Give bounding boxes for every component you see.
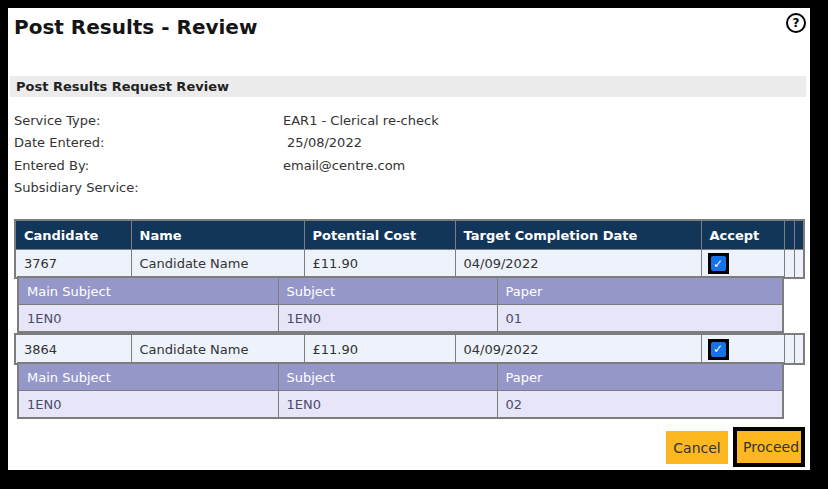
potential-cost: £11.90 bbox=[304, 334, 455, 364]
cancel-button[interactable]: Cancel bbox=[666, 431, 728, 464]
subject-header-row: Main Subject Subject Paper bbox=[18, 277, 783, 305]
col-spacer-1 bbox=[784, 220, 794, 250]
candidate-row: 3767 Candidate Name £11.90 04/09/2022 ✓ bbox=[15, 250, 804, 279]
subject-table: Main Subject Subject Paper 1EN0 1EN0 02 bbox=[17, 362, 784, 419]
col-subject: Subject bbox=[278, 363, 497, 391]
col-main-subject: Main Subject bbox=[18, 363, 278, 391]
target-completion-date: 04/09/2022 bbox=[455, 334, 701, 364]
subject-table: Main Subject Subject Paper 1EN0 1EN0 01 bbox=[17, 276, 784, 333]
date-entered-label: Date Entered: bbox=[14, 135, 283, 150]
main-subject-value: 1EN0 bbox=[18, 305, 278, 333]
col-main-subject: Main Subject bbox=[18, 277, 278, 305]
candidate-row: 3864 Candidate Name £11.90 04/09/2022 ✓ bbox=[15, 334, 804, 364]
requests-table-row2: 3864 Candidate Name £11.90 04/09/2022 ✓ bbox=[14, 333, 805, 365]
checkbox-box: ✓ bbox=[711, 342, 726, 357]
checkbox-box: ✓ bbox=[711, 256, 726, 271]
accept-checkbox[interactable]: ✓ bbox=[708, 339, 729, 360]
candidate-name: Candidate Name bbox=[131, 334, 304, 364]
subject-row: 1EN0 1EN0 01 bbox=[18, 305, 783, 333]
candidate-number: 3767 bbox=[15, 250, 131, 279]
check-icon: ✓ bbox=[713, 343, 723, 355]
row-spacer-cell bbox=[794, 334, 804, 364]
col-subject: Subject bbox=[278, 277, 497, 305]
row-spacer-cell bbox=[794, 250, 804, 279]
paper-value: 01 bbox=[497, 305, 783, 333]
entered-by-label: Entered By: bbox=[14, 158, 283, 173]
request-details: Service Type: EAR1 - Clerical re-check D… bbox=[14, 109, 439, 199]
subject-row: 1EN0 1EN0 02 bbox=[18, 391, 783, 419]
dialog-panel: Post Results - Review ? Post Results Req… bbox=[8, 8, 810, 470]
entered-by-value: email@centre.com bbox=[283, 158, 405, 173]
subject-value: 1EN0 bbox=[278, 391, 497, 419]
page-title: Post Results - Review bbox=[14, 15, 257, 39]
accept-checkbox[interactable]: ✓ bbox=[708, 253, 729, 274]
date-entered-value: 25/08/2022 bbox=[283, 135, 362, 150]
col-target-completion-date: Target Completion Date bbox=[455, 220, 701, 250]
requests-table: Candidate Name Potential Cost Target Com… bbox=[14, 219, 805, 279]
subsidiary-service-label: Subsidiary Service: bbox=[14, 180, 283, 195]
potential-cost: £11.90 bbox=[304, 250, 455, 279]
candidate-number: 3864 bbox=[15, 334, 131, 364]
paper-value: 02 bbox=[497, 391, 783, 419]
col-spacer-2 bbox=[794, 220, 804, 250]
col-accept: Accept bbox=[701, 220, 784, 250]
detail-entered-by: Entered By: email@centre.com bbox=[14, 154, 439, 177]
service-type-value: EAR1 - Clerical re-check bbox=[283, 113, 439, 128]
col-paper: Paper bbox=[497, 363, 783, 391]
subject-value: 1EN0 bbox=[278, 305, 497, 333]
check-icon: ✓ bbox=[713, 257, 723, 269]
col-candidate: Candidate bbox=[15, 220, 131, 250]
row-spacer-cell bbox=[784, 250, 794, 279]
service-type-label: Service Type: bbox=[14, 113, 283, 128]
candidate-name: Candidate Name bbox=[131, 250, 304, 279]
target-completion-date: 04/09/2022 bbox=[455, 250, 701, 279]
help-icon[interactable]: ? bbox=[786, 13, 806, 33]
col-paper: Paper bbox=[497, 277, 783, 305]
col-name: Name bbox=[131, 220, 304, 250]
subject-header-row: Main Subject Subject Paper bbox=[18, 363, 783, 391]
detail-service-type: Service Type: EAR1 - Clerical re-check bbox=[14, 109, 439, 132]
main-subject-value: 1EN0 bbox=[18, 391, 278, 419]
row-spacer-cell bbox=[784, 334, 794, 364]
col-potential-cost: Potential Cost bbox=[304, 220, 455, 250]
detail-subsidiary-service: Subsidiary Service: bbox=[14, 177, 439, 200]
table-header-row: Candidate Name Potential Cost Target Com… bbox=[15, 220, 804, 250]
proceed-button[interactable]: Proceed bbox=[733, 427, 805, 467]
section-header: Post Results Request Review bbox=[10, 76, 806, 97]
detail-date-entered: Date Entered: 25/08/2022 bbox=[14, 132, 439, 155]
